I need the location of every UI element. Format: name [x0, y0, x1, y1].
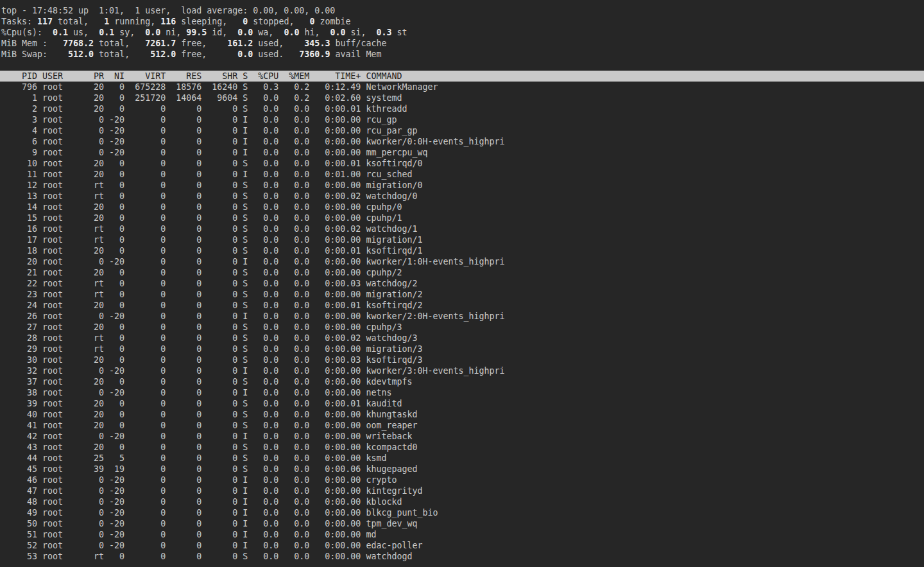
- process-row: 4 root 0 -20 0 0 0 I 0.0 0.0 0:00.00 rcu…: [0, 125, 924, 136]
- process-row: 40 root 20 0 0 0 0 S 0.0 0.0 0:00.00 khu…: [0, 409, 924, 420]
- process-row: 50 root 0 -20 0 0 0 I 0.0 0.0 0:00.00 tp…: [0, 518, 924, 529]
- process-row: 14 root 20 0 0 0 0 S 0.0 0.0 0:00.00 cpu…: [0, 202, 924, 213]
- process-table-header-bar: PID USER PR NI VIRT RES SHR S %CPU %MEM …: [0, 71, 924, 82]
- process-row: 49 root 0 -20 0 0 0 I 0.0 0.0 0:00.00 bl…: [0, 507, 924, 518]
- process-row: 796 root 20 0 675228 18576 16240 S 0.3 0…: [0, 82, 924, 92]
- process-row: 11 root 20 0 0 0 0 I 0.0 0.0 0:01.00 rcu…: [0, 169, 924, 180]
- process-row: 45 root 39 19 0 0 0 S 0.0 0.0 0:00.06 kh…: [0, 464, 924, 475]
- process-row: 41 root 20 0 0 0 0 S 0.0 0.0 0:00.00 oom…: [0, 420, 924, 431]
- process-row: 20 root 0 -20 0 0 0 I 0.0 0.0 0:00.00 kw…: [0, 256, 924, 267]
- process-row: 42 root 0 -20 0 0 0 I 0.0 0.0 0:00.00 wr…: [0, 431, 924, 442]
- process-row: 15 root 20 0 0 0 0 S 0.0 0.0 0:00.00 cpu…: [0, 213, 924, 223]
- process-table-header: PID USER PR NI VIRT RES SHR S %CPU %MEM …: [0, 71, 924, 82]
- cpu-line: %Cpu(s): 0.1 us, 0.1 sy, 0.0 ni, 99.5 id…: [0, 27, 924, 38]
- process-row: 3 root 0 -20 0 0 0 I 0.0 0.0 0:00.00 rcu…: [0, 114, 924, 125]
- process-row: 47 root 0 -20 0 0 0 I 0.0 0.0 0:00.00 ki…: [0, 485, 924, 496]
- process-row: 24 root 20 0 0 0 0 S 0.0 0.0 0:00.01 kso…: [0, 300, 924, 311]
- mem-line: MiB Mem : 7768.2 total, 7261.7 free, 161…: [0, 38, 924, 49]
- process-row: 17 root rt 0 0 0 0 S 0.0 0.0 0:00.00 mig…: [0, 234, 924, 245]
- process-row: 12 root rt 0 0 0 0 S 0.0 0.0 0:00.00 mig…: [0, 180, 924, 191]
- swap-line: MiB Swap: 512.0 total, 512.0 free, 0.0 u…: [0, 49, 924, 60]
- process-row: 30 root 20 0 0 0 0 S 0.0 0.0 0:00.03 kso…: [0, 354, 924, 365]
- terminal-screen[interactable]: top - 17:48:52 up 1:01, 1 user, load ave…: [0, 0, 924, 562]
- process-row: 48 root 0 -20 0 0 0 I 0.0 0.0 0:00.00 kb…: [0, 496, 924, 507]
- process-row: 26 root 0 -20 0 0 0 I 0.0 0.0 0:00.00 kw…: [0, 311, 924, 322]
- process-row: 52 root 0 -20 0 0 0 I 0.0 0.0 0:00.00 ed…: [0, 540, 924, 551]
- process-row: 16 root rt 0 0 0 0 S 0.0 0.0 0:00.02 wat…: [0, 223, 924, 234]
- process-row: 6 root 0 -20 0 0 0 I 0.0 0.0 0:00.00 kwo…: [0, 136, 924, 147]
- process-row: 1 root 20 0 251720 14064 9604 S 0.0 0.2 …: [0, 92, 924, 103]
- process-row: 10 root 20 0 0 0 0 S 0.0 0.0 0:00.01 kso…: [0, 158, 924, 169]
- process-row: 29 root rt 0 0 0 0 S 0.0 0.0 0:00.00 mig…: [0, 344, 924, 354]
- process-row: 21 root 20 0 0 0 0 S 0.0 0.0 0:00.00 cpu…: [0, 267, 924, 278]
- process-row: 28 root rt 0 0 0 0 S 0.0 0.0 0:00.02 wat…: [0, 333, 924, 344]
- process-table: 796 root 20 0 675228 18576 16240 S 0.3 0…: [0, 82, 924, 562]
- process-row: 39 root 20 0 0 0 0 S 0.0 0.0 0:00.01 kau…: [0, 398, 924, 409]
- uptime-line: top - 17:48:52 up 1:01, 1 user, load ave…: [0, 5, 924, 16]
- process-row: 13 root rt 0 0 0 0 S 0.0 0.0 0:00.02 wat…: [0, 191, 924, 202]
- process-row: 51 root 0 -20 0 0 0 I 0.0 0.0 0:00.00 md: [0, 529, 924, 540]
- process-row: 46 root 0 -20 0 0 0 I 0.0 0.0 0:00.00 cr…: [0, 475, 924, 485]
- process-row: 43 root 20 0 0 0 0 S 0.0 0.0 0:00.00 kco…: [0, 442, 924, 453]
- process-row: 44 root 25 5 0 0 0 S 0.0 0.0 0:00.00 ksm…: [0, 453, 924, 464]
- process-row: 18 root 20 0 0 0 0 S 0.0 0.0 0:00.01 kso…: [0, 245, 924, 256]
- process-row: 38 root 0 -20 0 0 0 I 0.0 0.0 0:00.00 ne…: [0, 387, 924, 398]
- process-row: 32 root 0 -20 0 0 0 I 0.0 0.0 0:00.00 kw…: [0, 365, 924, 376]
- message-line: [0, 60, 924, 71]
- process-row: 9 root 0 -20 0 0 0 I 0.0 0.0 0:00.00 mm_…: [0, 147, 924, 158]
- process-row: 2 root 20 0 0 0 0 S 0.0 0.0 0:00.01 kthr…: [0, 103, 924, 114]
- tasks-line: Tasks: 117 total, 1 running, 116 sleepin…: [0, 16, 924, 27]
- process-row: 22 root rt 0 0 0 0 S 0.0 0.0 0:00.03 wat…: [0, 278, 924, 289]
- process-row: 53 root rt 0 0 0 0 S 0.0 0.0 0:00.00 wat…: [0, 551, 924, 562]
- top-summary: top - 17:48:52 up 1:01, 1 user, load ave…: [0, 5, 924, 60]
- process-row: 23 root rt 0 0 0 0 S 0.0 0.0 0:00.00 mig…: [0, 289, 924, 300]
- process-row: 27 root 20 0 0 0 0 S 0.0 0.0 0:00.00 cpu…: [0, 322, 924, 333]
- process-row: 37 root 20 0 0 0 0 S 0.0 0.0 0:00.00 kde…: [0, 376, 924, 387]
